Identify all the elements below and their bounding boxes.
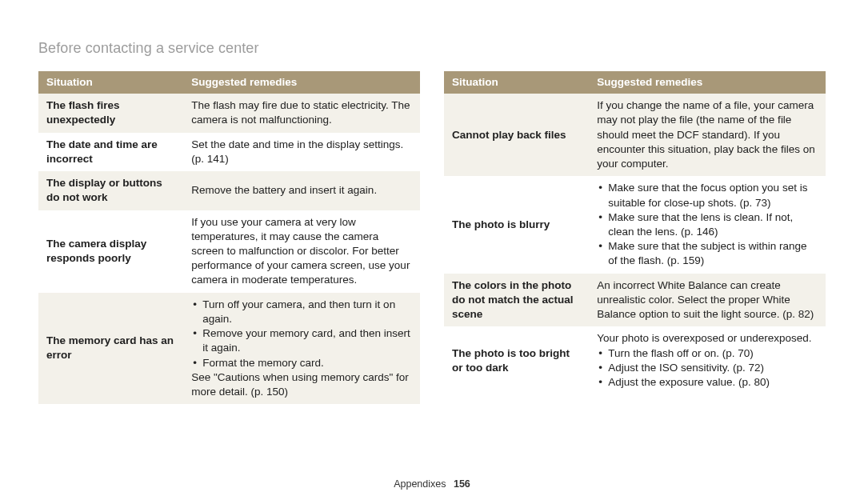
table-row: The photo is too bright or too dark Your… <box>444 326 826 394</box>
situation-cell: The colors in the photo do not match the… <box>444 274 589 327</box>
situation-cell: The date and time are incorrect <box>38 133 183 171</box>
list-item: Make sure that the subject is within ran… <box>597 239 818 268</box>
remedy-prefix: Your photo is overexposed or underexpose… <box>597 331 818 346</box>
page-title: Before contacting a service center <box>38 40 826 57</box>
table-row: The display or buttons do not work Remov… <box>38 171 420 210</box>
remedy-cell: Make sure that the focus option you set … <box>589 176 826 273</box>
remedy-list: Make sure that the focus option you set … <box>597 181 818 268</box>
remedy-cell: Set the date and time in the display set… <box>183 133 420 171</box>
remedy-cell: If you use your camera at very low tempe… <box>183 210 420 293</box>
col-header-remedies: Suggested remedies <box>589 71 826 94</box>
troubleshoot-table-right: Situation Suggested remedies Cannot play… <box>444 71 826 394</box>
list-item: Adjust the exposure value. (p. 80) <box>597 375 818 390</box>
remedy-cell: Your photo is overexposed or underexpose… <box>589 326 826 394</box>
situation-cell: The display or buttons do not work <box>38 171 183 210</box>
list-item: Make sure that the lens is clean. If not… <box>597 210 818 239</box>
left-column: Situation Suggested remedies The flash f… <box>38 71 420 404</box>
situation-cell: The camera display responds poorly <box>38 210 183 293</box>
situation-cell: Cannot play back files <box>444 94 589 176</box>
remedy-list: Turn the flash off or on. (p. 70) Adjust… <box>597 346 818 390</box>
situation-cell: The photo is blurry <box>444 176 589 273</box>
troubleshoot-table-left: Situation Suggested remedies The flash f… <box>38 71 420 404</box>
table-row: The colors in the photo do not match the… <box>444 274 826 327</box>
page-footer: Appendixes 156 <box>0 478 864 490</box>
situation-cell: The memory card has an error <box>38 293 183 405</box>
footer-section: Appendixes <box>394 478 446 490</box>
remedy-cell: Remove the battery and insert it again. <box>183 171 420 210</box>
footer-page-number: 156 <box>454 478 470 490</box>
remedy-cell: An incorrect White Balance can create un… <box>589 274 826 327</box>
remedy-list: Turn off your camera, and then turn it o… <box>191 298 412 370</box>
table-row: The flash fires unexpectedly The flash m… <box>38 94 420 132</box>
table-row: The memory card has an error Turn off yo… <box>38 293 420 405</box>
table-row: The date and time are incorrect Set the … <box>38 133 420 171</box>
col-header-remedies: Suggested remedies <box>183 71 420 94</box>
list-item: Format the memory card. <box>191 356 412 370</box>
situation-cell: The photo is too bright or too dark <box>444 326 589 394</box>
table-row: The camera display responds poorly If yo… <box>38 210 420 293</box>
table-row: Cannot play back files If you change the… <box>444 94 826 176</box>
list-item: Turn off your camera, and then turn it o… <box>191 298 412 326</box>
col-header-situation: Situation <box>38 71 183 94</box>
remedy-cell: If you change the name of a file, your c… <box>589 94 826 176</box>
remedy-cell: The flash may fire due to static electri… <box>183 94 420 132</box>
remedy-suffix: See "Cautions when using memory cards" f… <box>191 370 412 399</box>
content-columns: Situation Suggested remedies The flash f… <box>38 71 826 404</box>
list-item: Make sure that the focus option you set … <box>597 181 818 210</box>
situation-cell: The flash fires unexpectedly <box>38 94 183 132</box>
list-item: Adjust the ISO sensitivity. (p. 72) <box>597 361 818 375</box>
col-header-situation: Situation <box>444 71 589 94</box>
document-page: Before contacting a service center Situa… <box>0 0 864 504</box>
right-column: Situation Suggested remedies Cannot play… <box>444 71 826 404</box>
list-item: Remove your memory card, and then insert… <box>191 326 412 355</box>
table-row: The photo is blurry Make sure that the f… <box>444 176 826 273</box>
remedy-cell: Turn off your camera, and then turn it o… <box>183 293 420 405</box>
list-item: Turn the flash off or on. (p. 70) <box>597 346 818 361</box>
